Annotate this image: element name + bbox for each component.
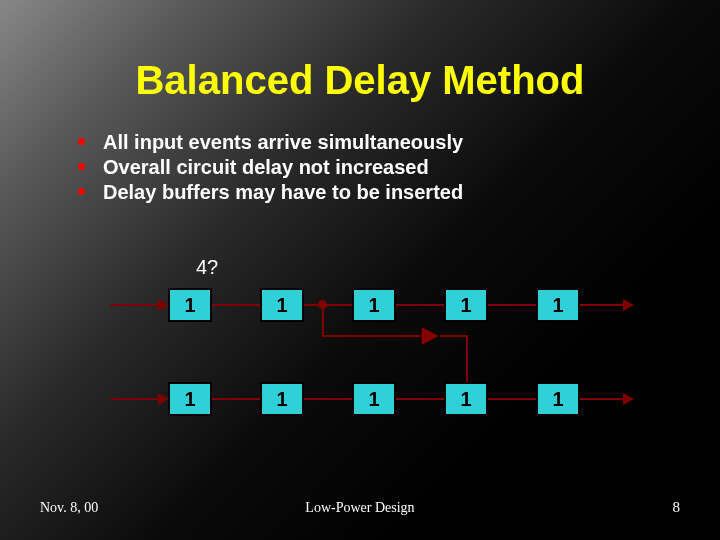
bullet-item: Delay buffers may have to be inserted [78,181,720,204]
footer-page-number: 8 [673,499,681,516]
footer-title: Low-Power Design [0,500,720,516]
buffer-triangle-icon [420,325,442,347]
wire-segment [304,398,352,400]
wire-segment [322,305,324,337]
bullet-text: All input events arrive simultaneously [103,131,463,154]
wire-segment [212,398,260,400]
bullet-list: All input events arrive simultaneously O… [78,131,720,204]
delay-box: 1 [168,288,212,322]
delay-box: 1 [444,382,488,416]
wire-segment [304,304,352,306]
wire-segment [396,398,444,400]
delay-box: 1 [260,288,304,322]
bullet-dot-icon [78,163,85,170]
bullet-item: All input events arrive simultaneously [78,131,720,154]
delay-box: 1 [352,382,396,416]
delay-box: 1 [536,382,580,416]
delay-row-top: 1 1 1 1 1 [110,285,630,325]
bullet-text: Overall circuit delay not increased [103,156,429,179]
delay-annotation: 4? [196,256,218,279]
wire-segment [488,398,536,400]
arrow-out-icon [580,398,624,400]
circuit-diagram: 1 1 1 1 1 1 1 1 1 1 [110,285,630,473]
bullet-dot-icon [78,188,85,195]
wire-segment [212,304,260,306]
bullet-item: Overall circuit delay not increased [78,156,720,179]
delay-box: 1 [168,382,212,416]
delay-box: 1 [536,288,580,322]
bullet-dot-icon [78,138,85,145]
arrow-in-icon [110,304,168,306]
wire-segment [322,335,422,337]
bullet-text: Delay buffers may have to be inserted [103,181,463,204]
wire-segment [438,335,468,337]
arrow-out-icon [580,304,624,306]
slide-title: Balanced Delay Method [0,0,720,103]
delay-box: 1 [444,288,488,322]
delay-box: 1 [260,382,304,416]
arrow-in-icon [110,398,168,400]
svg-marker-0 [421,326,440,346]
wire-segment [396,304,444,306]
delay-row-bottom: 1 1 1 1 1 [110,379,630,419]
wire-junction-icon [318,300,327,309]
delay-box: 1 [352,288,396,322]
wire-segment [488,304,536,306]
